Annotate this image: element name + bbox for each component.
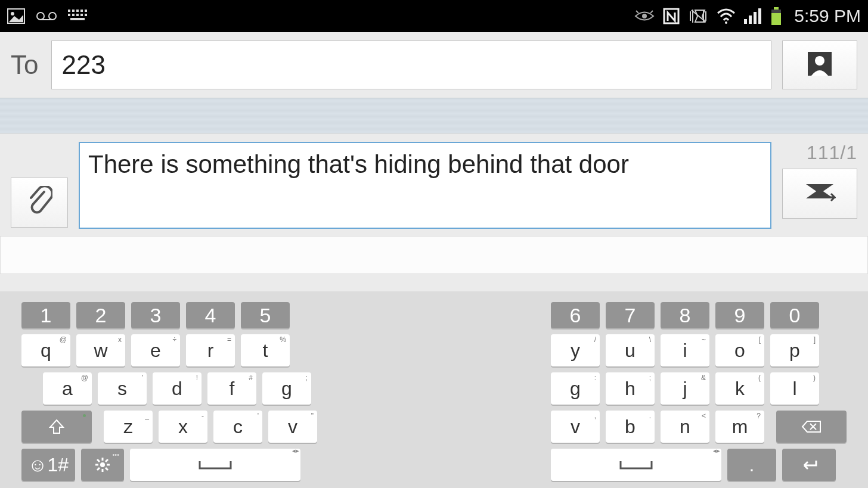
status-right: 5:59 PM [634, 6, 861, 26]
key-l[interactable]: l) [770, 372, 819, 405]
svg-rect-13 [76, 14, 79, 16]
key-s[interactable]: s' [98, 372, 147, 405]
key-9[interactable]: 9 [715, 302, 764, 328]
svg-rect-26 [754, 12, 757, 24]
key-z[interactable]: z_ [104, 411, 153, 443]
backspace-key[interactable] [776, 411, 847, 443]
svg-rect-30 [771, 13, 781, 25]
svg-point-3 [49, 13, 56, 20]
svg-rect-16 [70, 18, 85, 20]
status-bar: 5:59 PM [0, 0, 868, 32]
attach-button[interactable] [11, 178, 68, 228]
key-v[interactable]: v, [551, 411, 600, 443]
keyboard-left: 12345 q@wxe÷r=t% a@s'd!f#g; z_x-c'v" ☺1#… [21, 302, 317, 481]
signal-icon [744, 8, 762, 24]
svg-point-17 [642, 14, 647, 18]
svg-rect-10 [85, 10, 87, 12]
keyboard-right: 67890 y/u\i~o[p] g:h;j&k(l) v,b.n<m? ◂▸ … [551, 302, 847, 481]
keyboard: 12345 q@wxe÷r=t% a@s'd!f#g; z_x-c'v" ☺1#… [0, 291, 868, 488]
nfc-icon [663, 8, 680, 24]
char-count: 111/1 [807, 142, 857, 164]
key-v[interactable]: v" [268, 411, 317, 443]
settings-key[interactable]: ••• [81, 449, 124, 481]
key-m[interactable]: m? [715, 411, 764, 443]
key-r[interactable]: r= [186, 334, 235, 366]
split-arrows-icon: ◂▸ [713, 447, 720, 455]
key-w[interactable]: wx [76, 334, 125, 366]
status-time: 5:59 PM [794, 6, 861, 26]
key-6[interactable]: 6 [551, 302, 600, 328]
svg-rect-7 [72, 10, 75, 12]
svg-rect-8 [76, 10, 79, 12]
battery-icon [770, 7, 782, 25]
svg-rect-6 [68, 10, 70, 12]
key-a[interactable]: a@ [43, 372, 92, 405]
contact-picker-button[interactable] [782, 41, 857, 89]
space-key-left[interactable]: ◂▸ [130, 449, 300, 481]
key-g[interactable]: g: [551, 372, 600, 405]
key-u[interactable]: u\ [606, 334, 655, 366]
enter-key[interactable] [782, 449, 836, 481]
space-key-right[interactable]: ◂▸ [551, 449, 721, 481]
key-k[interactable]: k( [715, 372, 764, 405]
svg-point-35 [100, 462, 105, 467]
key-n[interactable]: n< [661, 411, 709, 443]
eye-icon [634, 10, 655, 23]
svg-line-19 [650, 11, 653, 13]
key-5[interactable]: 5 [241, 302, 290, 328]
svg-rect-12 [72, 14, 75, 16]
svg-line-18 [636, 11, 638, 13]
key-b[interactable]: b. [606, 411, 655, 443]
message-input[interactable]: There is something that's hiding behind … [79, 142, 771, 229]
conversation-strip [0, 98, 868, 133]
key-3[interactable]: 3 [131, 302, 180, 328]
key-j[interactable]: j& [661, 372, 709, 405]
key-8[interactable]: 8 [661, 302, 709, 328]
key-g[interactable]: g; [262, 372, 311, 405]
key-t[interactable]: t% [241, 334, 290, 366]
send-button[interactable] [782, 169, 857, 219]
send-icon [804, 181, 836, 207]
paperclip-icon [26, 186, 52, 219]
send-column: 111/1 [782, 142, 857, 229]
key-f[interactable]: f# [207, 372, 256, 405]
svg-point-2 [37, 13, 44, 20]
contact-icon [807, 51, 833, 79]
svg-rect-24 [744, 19, 747, 24]
key-d[interactable]: d! [153, 372, 202, 405]
key-p[interactable]: p] [770, 334, 819, 366]
period-key[interactable]: . [727, 449, 776, 481]
key-2[interactable]: 2 [76, 302, 125, 328]
key-e[interactable]: e÷ [131, 334, 180, 366]
suggestion-bar[interactable] [0, 236, 868, 274]
svg-rect-9 [80, 10, 83, 12]
vibrate-icon [688, 8, 708, 24]
gallery-icon [7, 8, 25, 24]
keyboard-icon [68, 10, 87, 23]
key-x[interactable]: x- [159, 411, 207, 443]
key-y[interactable]: y/ [551, 334, 600, 366]
svg-rect-15 [85, 14, 87, 16]
key-7[interactable]: 7 [606, 302, 655, 328]
split-arrows-icon: ◂▸ [292, 447, 299, 455]
svg-point-22 [725, 21, 727, 24]
key-i[interactable]: i~ [661, 334, 709, 366]
wifi-icon [717, 8, 736, 24]
key-0[interactable]: 0 [770, 302, 819, 328]
svg-line-40 [97, 459, 100, 462]
symbols-key[interactable]: ☺1# [21, 449, 75, 481]
key-o[interactable]: o[ [715, 334, 764, 366]
key-4[interactable]: 4 [186, 302, 235, 328]
key-1[interactable]: 1 [21, 302, 70, 328]
to-input[interactable] [51, 41, 771, 89]
svg-rect-14 [80, 14, 83, 16]
key-h[interactable]: h; [606, 372, 655, 405]
svg-point-32 [815, 56, 824, 66]
voicemail-icon [36, 10, 57, 22]
shift-key[interactable] [21, 411, 92, 443]
svg-line-42 [106, 459, 108, 462]
svg-rect-27 [758, 8, 761, 24]
key-c[interactable]: c' [213, 411, 262, 443]
key-q[interactable]: q@ [21, 334, 70, 366]
to-label: To [11, 50, 41, 80]
